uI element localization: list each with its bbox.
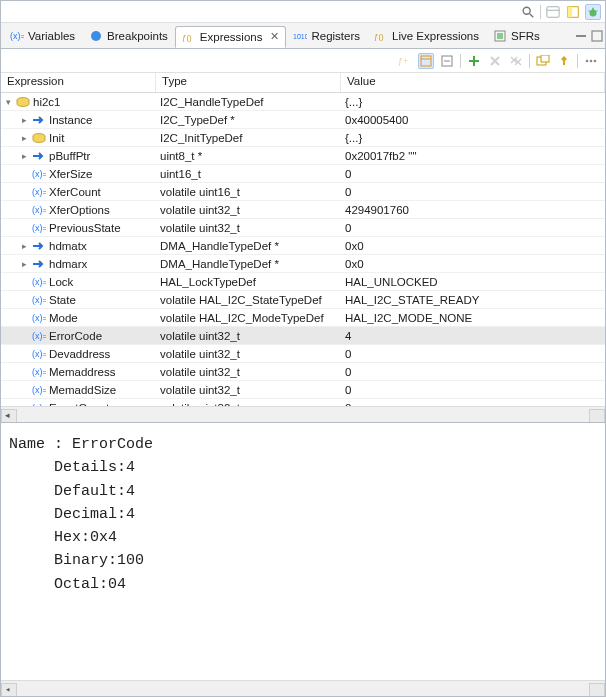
- twisty-none: [19, 187, 29, 197]
- table-row[interactable]: ▸InstanceI2C_TypeDef *0x40005400: [1, 111, 605, 129]
- cell-type: uint8_t *: [156, 150, 341, 162]
- remove-icon[interactable]: [487, 53, 503, 69]
- registers-icon: 1010: [293, 29, 307, 43]
- twisty-icon[interactable]: ▸: [19, 259, 29, 269]
- twisty-none: [19, 385, 29, 395]
- cell-value: {...}: [341, 96, 605, 108]
- cell-value: HAL_UNLOCKED: [341, 276, 605, 288]
- table-row[interactable]: (x)=PreviousStatevolatile uint32_t0: [1, 219, 605, 237]
- table-row[interactable]: (x)=LockHAL_LockTypeDefHAL_UNLOCKED: [1, 273, 605, 291]
- open-perspective-icon[interactable]: [565, 4, 581, 20]
- tab-sfrs[interactable]: SFRs: [486, 25, 547, 47]
- expr-name: Devaddress: [49, 348, 110, 360]
- table-row[interactable]: (x)=Devaddressvolatile uint32_t0: [1, 345, 605, 363]
- twisty-none: [19, 313, 29, 323]
- detail-line: Binary:100: [9, 549, 597, 572]
- tab-breakpoints[interactable]: Breakpoints: [82, 25, 175, 47]
- cell-value: 0x40005400: [341, 114, 605, 126]
- table-row[interactable]: ▸pBuffPtruint8_t *0x20017fb2 "": [1, 147, 605, 165]
- cell-value: {...}: [341, 132, 605, 144]
- var-icon: (x)=: [32, 203, 46, 217]
- remove-all-icon[interactable]: [508, 53, 524, 69]
- twisty-none: [19, 205, 29, 215]
- table-row[interactable]: (x)=Modevolatile HAL_I2C_ModeTypeDefHAL_…: [1, 309, 605, 327]
- detail-name-line: Name : ErrorCode: [9, 433, 597, 456]
- svg-text:ƒ+: ƒ+: [398, 56, 408, 66]
- svg-text:(x)=: (x)=: [32, 187, 46, 197]
- show-type-names-icon[interactable]: [418, 53, 434, 69]
- table-row[interactable]: ▾hi2c1I2C_HandleTypeDef{...}: [1, 93, 605, 111]
- table-row[interactable]: (x)=Statevolatile HAL_I2C_StateTypeDefHA…: [1, 291, 605, 309]
- cell-type: volatile uint16_t: [156, 186, 341, 198]
- cell-expression: (x)=XferCount: [1, 185, 156, 199]
- debug-perspective-icon[interactable]: [585, 4, 601, 20]
- tab-label: Expressions: [200, 31, 263, 43]
- search-icon[interactable]: [520, 4, 536, 20]
- column-type[interactable]: Type: [156, 73, 341, 92]
- cell-expression: (x)=Devaddress: [1, 347, 156, 361]
- quick-access-icon[interactable]: [545, 4, 561, 20]
- expr-name: Init: [49, 132, 64, 144]
- cell-value: 0: [341, 348, 605, 360]
- twisty-icon[interactable]: ▸: [19, 115, 29, 125]
- twisty-icon[interactable]: ▾: [3, 97, 13, 107]
- tab-variables[interactable]: (x)= Variables: [3, 25, 82, 47]
- cell-value: 0: [341, 366, 605, 378]
- svg-point-34: [586, 59, 589, 62]
- cell-type: volatile uint32_t: [156, 348, 341, 360]
- svg-text:ƒ(): ƒ(): [182, 33, 192, 42]
- table-row[interactable]: ▸hdmatxDMA_HandleTypeDef *0x0: [1, 237, 605, 255]
- twisty-none: [19, 349, 29, 359]
- column-value[interactable]: Value: [341, 73, 605, 92]
- maximize-icon[interactable]: [589, 28, 605, 44]
- table-row[interactable]: (x)=Memaddressvolatile uint32_t0: [1, 363, 605, 381]
- var-icon: (x)=: [32, 329, 46, 343]
- view-menu-icon[interactable]: [583, 53, 599, 69]
- add-icon[interactable]: [466, 53, 482, 69]
- svg-rect-18: [592, 31, 602, 41]
- var-icon: (x)=: [32, 383, 46, 397]
- tab-live-expressions[interactable]: ƒ() Live Expressions: [367, 25, 486, 47]
- new-expression-icon[interactable]: ƒ+: [397, 53, 413, 69]
- expr-name: State: [49, 294, 76, 306]
- cell-value: 4294901760: [341, 204, 605, 216]
- cell-type: volatile uint32_t: [156, 384, 341, 396]
- tab-registers[interactable]: 1010 Registers: [286, 25, 367, 47]
- twisty-icon[interactable]: ▸: [19, 151, 29, 161]
- tab-label: Breakpoints: [107, 30, 168, 42]
- cell-type: volatile HAL_I2C_StateTypeDef: [156, 294, 341, 306]
- detail-line: Hex:0x4: [9, 526, 597, 549]
- top-toolbar: [1, 1, 605, 23]
- table-row[interactable]: ▸InitI2C_InitTypeDef{...}: [1, 129, 605, 147]
- expr-name: XferOptions: [49, 204, 110, 216]
- horizontal-scrollbar[interactable]: ◂▸: [1, 406, 605, 422]
- struct-icon: [16, 95, 30, 109]
- expr-name: Mode: [49, 312, 78, 324]
- twisty-icon[interactable]: ▸: [19, 133, 29, 143]
- table-row[interactable]: (x)=XferSizeuint16_t0: [1, 165, 605, 183]
- expr-name: Lock: [49, 276, 73, 288]
- table-row[interactable]: (x)=XferCountvolatile uint16_t0: [1, 183, 605, 201]
- collapse-all-icon[interactable]: [439, 53, 455, 69]
- expr-name: pBuffPtr: [49, 150, 90, 162]
- svg-line-8: [589, 10, 591, 12]
- open-new-view-icon[interactable]: [535, 53, 551, 69]
- detail-line: Octal:04: [9, 573, 597, 596]
- var-icon: (x)=: [32, 167, 46, 181]
- table-row[interactable]: ▸hdmarxDMA_HandleTypeDef *0x0: [1, 255, 605, 273]
- table-row[interactable]: (x)=MemaddSizevolatile uint32_t0: [1, 381, 605, 399]
- close-icon[interactable]: ✕: [270, 30, 279, 43]
- table-row[interactable]: (x)=XferOptionsvolatile uint32_t42949017…: [1, 201, 605, 219]
- table-row[interactable]: (x)=ErrorCodevolatile uint32_t4: [1, 327, 605, 345]
- cell-value: 0x0: [341, 240, 605, 252]
- cell-expression: (x)=ErrorCode: [1, 329, 156, 343]
- minimize-icon[interactable]: [573, 28, 589, 44]
- column-expression[interactable]: Expression: [1, 73, 156, 92]
- twisty-none: [19, 331, 29, 341]
- table-row[interactable]: (x)=EventCountvolatile uint32_t0: [1, 399, 605, 406]
- details-horizontal-scrollbar[interactable]: ◂▸: [1, 680, 605, 696]
- twisty-icon[interactable]: ▸: [19, 241, 29, 251]
- tab-expressions[interactable]: ƒ() Expressions ✕: [175, 26, 287, 48]
- cell-expression: ▾hi2c1: [1, 95, 156, 109]
- pin-icon[interactable]: [556, 53, 572, 69]
